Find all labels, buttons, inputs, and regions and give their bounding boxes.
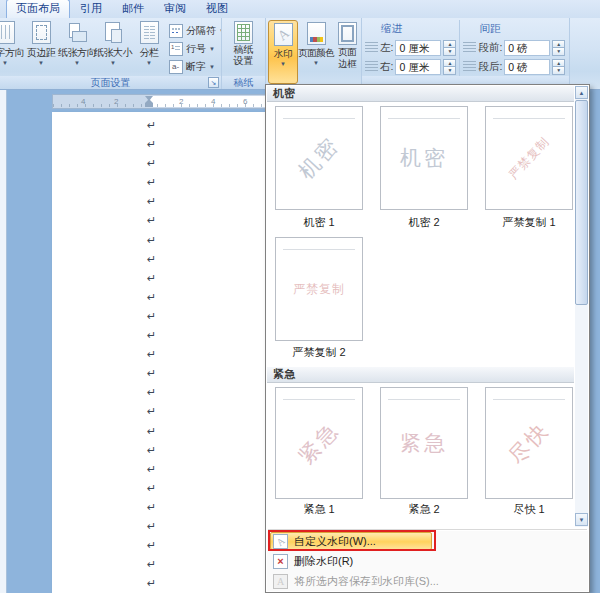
ribbon-filler [570, 18, 600, 89]
paragraph-mark: ↵ [147, 402, 156, 421]
paper-size-icon [104, 21, 123, 44]
tab-references[interactable]: 引用 [70, 0, 112, 18]
menu-item-custom-watermark[interactable]: 自定义水印(W)... [267, 531, 588, 551]
spacing-after-stepper[interactable]: ▲▼ [552, 59, 565, 75]
scrollbar-thumb[interactable] [575, 100, 588, 305]
group-page-setup: 文字方向 ▼ 页边距 ▼ 纸张方向 ▼ 纸张大 [0, 18, 222, 89]
spacing-before-input[interactable]: 0 磅 [504, 40, 550, 56]
thumbnail-label: 尽快 1 [485, 502, 573, 515]
button-label-line2: 设置 [234, 55, 254, 66]
left-indent-marker[interactable] [145, 103, 153, 107]
text-direction-button[interactable]: 文字方向 ▼ [0, 20, 23, 67]
paragraph-mark: ↵ [147, 422, 156, 441]
paragraph-mark: ↵ [147, 116, 156, 135]
spacing-before-stepper[interactable]: ▲▼ [552, 40, 565, 56]
button-label: 行号 [186, 42, 206, 56]
text-direction-icon [0, 21, 15, 44]
indent-right-input[interactable]: 0 厘米 [395, 59, 441, 75]
orientation-button[interactable]: 纸张方向 ▼ [59, 20, 95, 67]
spacing-after-label: 段后: [478, 60, 502, 74]
chevron-down-icon: ▼ [38, 60, 44, 67]
paragraph-mark: ↵ [147, 441, 156, 460]
spacing-after-input[interactable]: 0 磅 [504, 59, 550, 75]
spacing-after-icon [463, 61, 476, 72]
page-color-button[interactable]: 页面颜色 ▼ [298, 20, 334, 67]
save-watermark-icon [273, 574, 288, 589]
paragraph-mark: ↵ [147, 498, 156, 517]
indent-left-stepper[interactable]: ▲▼ [443, 40, 456, 56]
watermark-thumbnail[interactable]: 严禁复制 [485, 106, 573, 210]
ruler-number: 2 [114, 97, 118, 106]
breaks-button[interactable]: 分隔符 ▼ [167, 22, 221, 40]
paragraph-mark: ↵ [147, 479, 156, 498]
tab-page-layout[interactable]: 页面布局 [6, 0, 70, 18]
indent-header: 缩进 [381, 22, 456, 36]
indent-right-icon [365, 61, 378, 72]
word-window: 页面布局 引用 邮件 审阅 视图 文字方向 ▼ 页边距 ▼ [0, 0, 600, 593]
menu-item-remove-watermark[interactable]: 删除水印(R) [267, 551, 588, 571]
paragraph-mark: ↵ [147, 231, 156, 250]
scroll-up-icon[interactable]: ▲ [575, 86, 588, 99]
breaks-icon [169, 24, 183, 38]
menu-separator [268, 529, 587, 530]
paragraph-mark: ↵ [147, 555, 156, 574]
margins-icon [32, 21, 51, 44]
indent-left-input[interactable]: 0 厘米 [395, 40, 441, 56]
spacing-header: 间距 [479, 22, 565, 36]
watermark-icon [274, 23, 293, 46]
columns-button[interactable]: 分栏 ▼ [131, 20, 167, 67]
ribbon-tab-bar: 页面布局 引用 邮件 审阅 视图 [0, 0, 600, 18]
watermark-preview-text: 机密 [381, 107, 467, 209]
hyphenation-button[interactable]: 断字 ▼ [167, 58, 221, 76]
button-label: 页边距 [27, 46, 56, 60]
watermark-thumbnail[interactable]: 机密 [275, 106, 363, 210]
chevron-down-icon: ▼ [2, 60, 8, 67]
watermark-thumbnail[interactable]: 紧急 [380, 387, 468, 499]
paragraph-mark: ↵ [147, 536, 156, 555]
chevron-down-icon: ▼ [209, 64, 215, 71]
paragraph-mark: ↵ [147, 574, 156, 593]
line-numbers-button[interactable]: 行号 ▼ [167, 40, 221, 58]
paragraph-mark: ↵ [147, 460, 156, 479]
paragraph-mark: ↵ [147, 211, 156, 230]
watermark-thumbnail[interactable]: 严禁复制 [275, 237, 363, 341]
paragraph-mark: ↵ [147, 326, 156, 345]
paper-size-button[interactable]: 纸张大小 ▼ [95, 20, 131, 67]
watermark-thumbnail[interactable]: 机密 [380, 106, 468, 210]
tab-view[interactable]: 视图 [196, 0, 238, 18]
group-manuscript: 稿纸 设置 稿纸 [222, 18, 266, 89]
paragraph-marks: ↵↵↵↵↵↵↵↵↵↵↵↵↵↵↵↵↵↵↵↵↵↵↵↵↵ [147, 116, 156, 593]
menu-item-label: 删除水印(R) [294, 554, 353, 569]
manuscript-setup-button[interactable]: 稿纸 设置 [224, 20, 264, 66]
indent-right-stepper[interactable]: ▲▼ [443, 59, 456, 75]
indent-right-label: 右: [380, 60, 393, 74]
line-numbers-icon [169, 42, 183, 56]
chevron-down-icon: ▼ [74, 60, 80, 67]
watermark-button[interactable]: 水印 ▼ [268, 20, 298, 84]
paragraph-mark: ↵ [147, 173, 156, 192]
scroll-down-icon[interactable]: ▼ [575, 513, 588, 526]
watermark-preview-text: 严禁复制 [276, 238, 362, 340]
thumbnail-label: 机密 1 [275, 215, 363, 228]
thumbnail-label: 紧急 2 [380, 502, 468, 515]
gallery-scrollbar[interactable]: ▲ ▼ [575, 86, 588, 527]
dialog-launcher-icon[interactable]: ↘ [208, 77, 219, 88]
watermark-thumbnail[interactable]: 紧急 [275, 387, 363, 499]
orientation-icon [68, 21, 87, 44]
tab-mailings[interactable]: 邮件 [112, 0, 154, 18]
remove-watermark-icon [273, 554, 288, 569]
watermark-dropdown: 机密 机密 机密 1 机密 机密 2 严禁复制 严禁复制 1 严禁复制 严禁复制… [265, 84, 590, 593]
thumbnail-label: 严禁复制 1 [485, 215, 573, 228]
paragraph-mark: ↵ [147, 250, 156, 269]
paragraph-mark: ↵ [147, 154, 156, 173]
tab-review[interactable]: 审阅 [154, 0, 196, 18]
button-label: 分栏 [140, 46, 159, 60]
page-setup-stack: 分隔符 ▼ 行号 ▼ 断字 ▼ [167, 20, 221, 76]
menu-item-save-to-gallery: 将所选内容保存到水印库(S)... [267, 571, 588, 591]
watermark-thumbnail[interactable]: 尽快 [485, 387, 573, 499]
group-label-text: 稿纸 [234, 77, 254, 88]
hyphenation-icon [169, 60, 183, 74]
margins-button[interactable]: 页边距 ▼ [23, 20, 59, 67]
watermark-preview-text: 机密 [252, 92, 385, 224]
page-borders-button[interactable]: 页面 边框 [334, 20, 360, 69]
